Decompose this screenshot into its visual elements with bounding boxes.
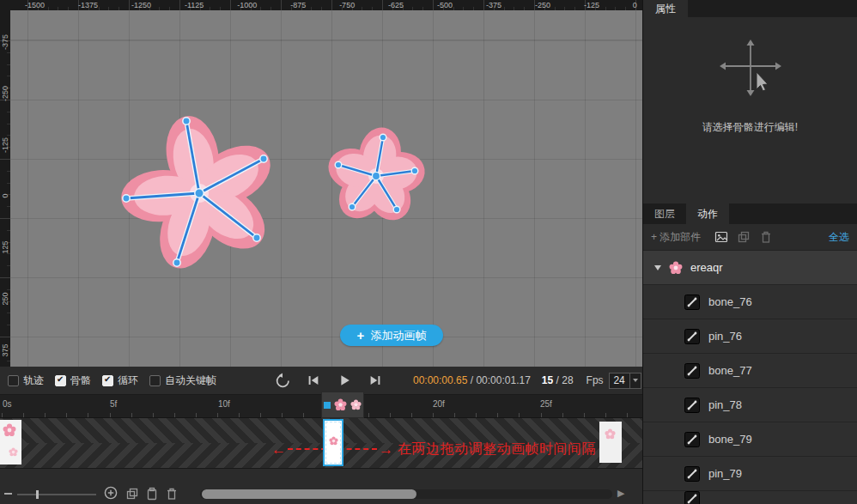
step-forward-icon[interactable] xyxy=(366,371,385,390)
time-separator: / xyxy=(467,374,476,386)
ruler-horizontal-labels: -1500-1375-1250-1125-1000-875-750-625-50… xyxy=(0,0,642,10)
add-part-button[interactable]: + 添加部件 xyxy=(651,230,701,245)
checkbox-label: 轨迹 xyxy=(23,373,44,388)
frame-total: 28 xyxy=(562,374,573,386)
checkbox-track[interactable]: 轨迹 xyxy=(8,373,44,388)
selected-frame-marker xyxy=(324,402,331,409)
tree-root-ereaqr[interactable]: ereaqr xyxy=(643,251,857,285)
flower-icon xyxy=(605,428,616,440)
checkbox-bones[interactable]: 骨骼 xyxy=(55,373,91,388)
stage-column: + 添加动画帧 -1500-1375-1250-1125-1000-875-75… xyxy=(0,0,642,504)
flower-icon xyxy=(334,398,347,411)
playback-buttons xyxy=(267,371,391,390)
right-arrow-icon: → xyxy=(379,442,393,457)
checkbox-loop[interactable]: 循环 xyxy=(102,373,138,388)
delete-frame-icon[interactable] xyxy=(165,487,179,501)
timeline-tick-label: 0s xyxy=(3,399,12,409)
keyframe-thumbnail-end[interactable] xyxy=(599,422,622,463)
time-display: 00:00:00.65 / 00:00:01.17 xyxy=(413,374,531,386)
tree-row[interactable]: pin_79 xyxy=(643,457,857,491)
zoom-out-icon[interactable] xyxy=(4,493,12,495)
skeletal-animation-editor: + 添加动画帧 -1500-1375-1250-1125-1000-875-75… xyxy=(0,0,857,504)
keyframe-thumbnail-start[interactable] xyxy=(0,420,21,465)
left-arrow-icon: ← xyxy=(271,442,286,457)
checkbox-label: 循环 xyxy=(118,373,138,388)
step-back-icon[interactable] xyxy=(304,371,323,390)
tree-row[interactable]: pin_78 xyxy=(643,388,857,422)
time-total: 00:00:01.17 xyxy=(476,374,530,386)
flower-icon xyxy=(350,399,362,410)
bone-icon xyxy=(684,295,700,310)
timeline-tick-label: 25f xyxy=(540,399,552,409)
ruler-label: 125 xyxy=(0,242,16,252)
tree-row[interactable]: pin_76 xyxy=(643,319,857,354)
checkbox-box[interactable] xyxy=(55,375,66,386)
right-panel: 属性 请选择骨骼进行编辑! 图层 动作 + 添加部件 xyxy=(642,0,857,504)
checkbox-label: 自动关键帧 xyxy=(165,373,216,388)
keyframe-preview-popup[interactable] xyxy=(321,392,364,418)
flower-sprite-right[interactable] xyxy=(320,120,432,232)
copy-icon[interactable] xyxy=(737,230,751,244)
ruler-vertical-labels: -375-250-1250125250375 xyxy=(0,10,10,367)
tab-properties[interactable]: 属性 xyxy=(643,0,688,17)
tree-row-label: bone_77 xyxy=(708,364,752,377)
timeline-tick-label: 10f xyxy=(218,399,230,409)
timeline-scrollbar-track[interactable] xyxy=(200,489,612,499)
frame-separator: / xyxy=(553,374,562,386)
zoom-in-icon[interactable] xyxy=(104,486,118,500)
ruler-label: -500 xyxy=(437,0,453,10)
image-icon[interactable] xyxy=(714,230,728,244)
transform-gizmo-icon xyxy=(712,39,789,105)
timeline-tick-label: 20f xyxy=(433,399,445,409)
checkbox-box[interactable] xyxy=(149,375,161,386)
checkbox-box[interactable] xyxy=(8,375,19,386)
timeline-zoom-slider[interactable] xyxy=(17,494,96,495)
tree-row-label: bone_79 xyxy=(708,433,752,446)
ruler-label: -250 xyxy=(535,0,550,10)
timeline-track[interactable]: ← → 在两边拖动调整动画帧时间间隔 xyxy=(0,418,642,468)
scroll-right-icon[interactable]: ▶ xyxy=(617,489,624,498)
actions-toolbar: + 添加部件 全选 xyxy=(643,224,857,251)
bone-tree: ereaqr bone_76 xyxy=(643,251,857,504)
delete-icon[interactable] xyxy=(759,230,773,244)
tree-row[interactable]: bone_79 xyxy=(643,422,857,457)
plus-icon: + xyxy=(357,329,365,342)
bone-icon xyxy=(684,495,700,504)
restart-icon[interactable] xyxy=(273,371,292,390)
select-all-button[interactable]: 全选 xyxy=(829,230,849,245)
expander-icon[interactable] xyxy=(654,265,661,270)
chevron-down-icon[interactable] xyxy=(629,373,641,388)
tab-layers[interactable]: 图层 xyxy=(643,203,686,224)
fps-dropdown[interactable]: 24 xyxy=(609,373,641,389)
ruler-label: -250 xyxy=(0,88,16,99)
tree-row[interactable]: bone_77 xyxy=(643,354,857,388)
checkbox-box[interactable] xyxy=(102,375,113,386)
copy-frame-icon[interactable] xyxy=(125,487,139,501)
paste-frame-icon[interactable] xyxy=(145,487,159,501)
ruler-label: 0 xyxy=(633,0,637,10)
timeline-tick-label: 5f xyxy=(110,399,117,409)
tree-row-partial[interactable] xyxy=(643,491,857,504)
ruler-label: -375 xyxy=(486,0,501,10)
add-animation-frame-button[interactable]: + 添加动画帧 xyxy=(340,325,443,346)
plus-icon: + xyxy=(651,231,657,243)
tree-row[interactable]: bone_76 xyxy=(643,285,857,319)
slider-thumb[interactable] xyxy=(36,490,39,499)
tree-row-label: bone_76 xyxy=(708,295,752,308)
tab-actions[interactable]: 动作 xyxy=(686,203,729,224)
stage-canvas[interactable]: + 添加动画帧 xyxy=(10,10,642,367)
checkbox-label: 骨骼 xyxy=(70,373,91,388)
selected-keyframe[interactable] xyxy=(323,419,343,466)
ruler-label: -1250 xyxy=(131,0,151,10)
play-icon[interactable] xyxy=(335,371,354,390)
properties-empty-state: 请选择骨骼进行编辑! xyxy=(643,17,857,203)
flower-sprite-left[interactable] xyxy=(118,112,281,275)
bone-icon xyxy=(684,329,700,344)
ruler-label: -125 xyxy=(584,0,599,10)
timeline-scrollbar-thumb[interactable] xyxy=(202,489,416,499)
annotation-text: 在两边拖动调整动画帧时间间隔 xyxy=(398,440,596,458)
bone-icon xyxy=(684,363,700,379)
flower-icon xyxy=(669,261,683,275)
ruler-label: -1125 xyxy=(185,0,204,10)
checkbox-auto-keyframe[interactable]: 自动关键帧 xyxy=(149,373,216,388)
